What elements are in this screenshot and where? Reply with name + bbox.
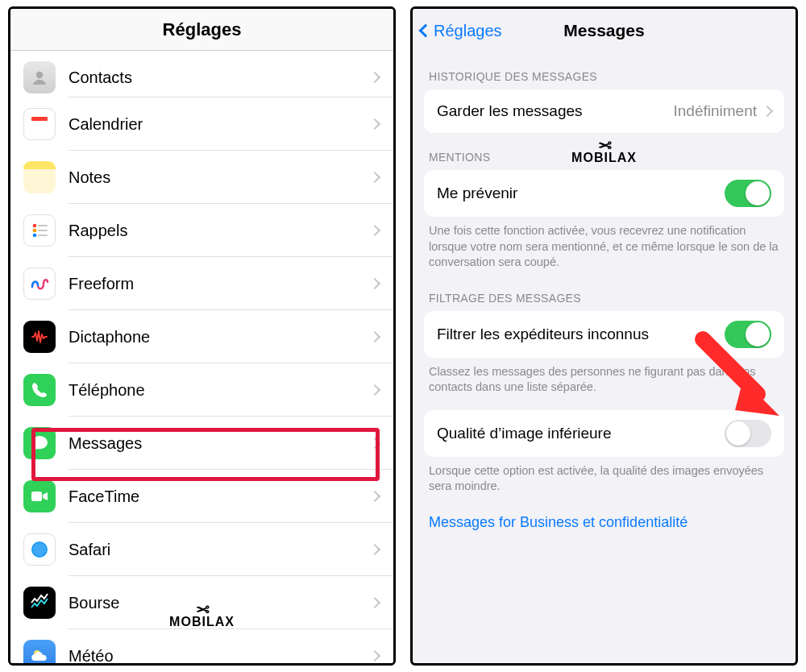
settings-row-reminders[interactable]: Rappels <box>10 204 393 257</box>
weather-icon <box>23 640 56 663</box>
svg-rect-8 <box>38 234 48 236</box>
settings-row-freeform[interactable]: Freeform <box>10 257 393 310</box>
svg-rect-2 <box>31 121 48 131</box>
voicerec-icon <box>23 321 56 353</box>
row-label: Contacts <box>69 68 371 87</box>
row-label: Météo <box>69 647 371 663</box>
row-label: Bourse <box>69 594 371 612</box>
chevron-left-icon <box>419 24 433 38</box>
chevron-right-icon <box>369 384 380 396</box>
chevron-right-icon <box>369 225 380 236</box>
chevron-right-icon <box>762 106 773 117</box>
settings-row-notes[interactable]: Notes <box>10 151 393 204</box>
settings-row-contacts[interactable]: Contacts <box>10 51 393 97</box>
notes-icon <box>23 161 56 193</box>
row-label: Safari <box>69 541 371 559</box>
section-footer-filtering: Classez les messages des personnes ne fi… <box>413 358 796 399</box>
row-label: Dictaphone <box>69 328 371 346</box>
freeform-icon <box>23 268 56 300</box>
settings-row-safari[interactable]: Safari <box>10 523 393 576</box>
settings-row-facetime[interactable]: FaceTime <box>10 470 393 523</box>
row-label: Rappels <box>69 222 371 240</box>
row-label: Calendrier <box>69 115 371 134</box>
chevron-right-icon <box>369 331 380 342</box>
notify-me-row[interactable]: Me prévenir <box>424 170 784 217</box>
svg-point-7 <box>33 234 37 238</box>
cell-label: Qualité d’image inférieure <box>437 425 725 442</box>
chevron-right-icon <box>369 172 380 183</box>
svg-point-3 <box>33 224 37 228</box>
settings-list[interactable]: Contacts Calendrier Notes Rappels <box>10 51 393 663</box>
settings-row-dictaphone[interactable]: Dictaphone <box>10 310 393 363</box>
row-label: Freeform <box>69 275 371 293</box>
notify-me-toggle[interactable] <box>725 180 771 207</box>
chevron-right-icon <box>369 438 380 449</box>
svg-rect-9 <box>31 492 42 501</box>
filter-unknown-toggle[interactable] <box>725 321 771 348</box>
settings-row-phone[interactable]: Téléphone <box>10 363 393 417</box>
svg-point-11 <box>33 543 46 556</box>
row-label: Notes <box>69 168 371 187</box>
cell-label: Filtrer les expéditeurs inconnus <box>437 326 725 343</box>
cell-value: Indéfiniment <box>673 102 757 120</box>
chevron-right-icon <box>369 118 380 130</box>
scroll-content[interactable]: HISTORIQUE DES MESSAGES Garder les messa… <box>413 52 796 663</box>
keep-messages-row[interactable]: Garder les messages Indéfiniment <box>424 89 784 133</box>
safari-icon <box>23 533 56 566</box>
svg-rect-1 <box>31 117 48 121</box>
chevron-right-icon <box>369 491 380 502</box>
svg-point-5 <box>33 229 37 233</box>
business-privacy-link[interactable]: Messages for Business et confidentialité <box>413 498 796 531</box>
section-footer-mentions: Une fois cette fonction activée, vous re… <box>413 217 796 274</box>
low-quality-toggle[interactable] <box>725 420 771 447</box>
nav-title: Réglages <box>163 19 242 40</box>
cell-label: Me prévenir <box>437 185 725 202</box>
section-header-mentions: MENTIONS <box>413 133 796 170</box>
row-label: Messages <box>69 434 371 453</box>
svg-rect-4 <box>38 225 48 226</box>
settings-row-calendar[interactable]: Calendrier <box>10 97 393 151</box>
calendar-icon <box>23 108 56 140</box>
settings-row-weather[interactable]: Météo <box>10 629 393 663</box>
section-header-history: HISTORIQUE DES MESSAGES <box>413 52 796 89</box>
svg-rect-6 <box>38 230 48 231</box>
nav-bar: Réglages <box>10 9 393 51</box>
row-label: FaceTime <box>69 487 371 506</box>
chevron-right-icon <box>369 278 380 289</box>
phone-icon <box>23 374 56 406</box>
settings-row-stocks[interactable]: Bourse <box>10 576 393 629</box>
messages-settings-screen: Réglages Messages HISTORIQUE DES MESSAGE… <box>410 6 798 666</box>
stocks-icon <box>23 587 56 619</box>
cell-label: Garder les messages <box>437 102 673 120</box>
back-label: Réglages <box>434 22 502 40</box>
back-button[interactable]: Réglages <box>421 22 502 40</box>
messages-icon <box>23 427 56 459</box>
section-header-filtering: FILTRAGE DES MESSAGES <box>413 274 796 311</box>
chevron-right-icon <box>369 650 380 662</box>
reminders-icon <box>23 214 56 247</box>
nav-bar: Réglages Messages <box>413 9 796 52</box>
settings-root-screen: Réglages Contacts Calendrier Notes <box>8 6 396 666</box>
facetime-icon <box>23 480 56 512</box>
filter-unknown-row[interactable]: Filtrer les expéditeurs inconnus <box>424 311 784 358</box>
settings-row-messages[interactable]: Messages <box>10 417 393 470</box>
chevron-right-icon <box>369 72 380 83</box>
contacts-icon <box>23 61 56 93</box>
section-footer-quality: Lorsque cette option est activée, la qua… <box>413 457 796 498</box>
chevron-right-icon <box>369 544 380 555</box>
chevron-right-icon <box>369 597 380 608</box>
row-label: Téléphone <box>69 381 371 400</box>
low-quality-row[interactable]: Qualité d’image inférieure <box>424 410 784 457</box>
svg-point-0 <box>36 72 43 78</box>
